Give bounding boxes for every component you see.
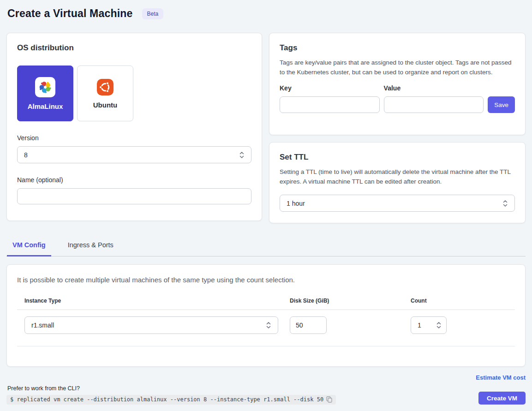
tag-value-label: Value xyxy=(384,84,484,92)
vm-table-row: r1.small xyxy=(17,310,515,346)
os-options: AlmaLinux xyxy=(17,66,251,121)
estimate-vm-cost-link[interactable]: Estimate VM cost xyxy=(476,374,526,381)
vm-config-intro: It is possible to create multiple virtua… xyxy=(17,276,515,284)
set-ttl-card: Set TTL Setting a TTL (time to live) wil… xyxy=(269,142,526,223)
os-option-label: Ubuntu xyxy=(93,101,117,109)
cli-command: $ replicated vm create --distribution al… xyxy=(10,396,323,403)
tab-ingress-ports[interactable]: Ingress & Ports xyxy=(62,236,119,256)
tab-vm-config[interactable]: VM Config xyxy=(7,236,51,256)
tags-card: Tags Tags are key/value pairs that are a… xyxy=(269,33,526,135)
count-stepper[interactable] xyxy=(411,316,447,334)
ttl-card-title: Set TTL xyxy=(280,153,515,162)
instance-type-select[interactable]: r1.small xyxy=(24,316,278,334)
cli-prompt: Prefer to work from the CLI? xyxy=(7,385,336,392)
page-title: Create a Virtual Machine xyxy=(7,7,133,20)
name-label: Name (optional) xyxy=(17,176,251,184)
vm-table-header: Instance Type Disk Size (GiB) Count xyxy=(17,298,515,310)
tag-key-input[interactable] xyxy=(280,96,380,113)
top-grid: OS distribution xyxy=(6,33,526,223)
footer: Estimate VM cost Prefer to work from the… xyxy=(6,374,526,405)
column-count: Count xyxy=(411,298,515,304)
os-card-title: OS distribution xyxy=(17,43,251,53)
chevron-updown-icon xyxy=(266,321,271,329)
tags-card-title: Tags xyxy=(280,43,515,53)
cli-block: Prefer to work from the CLI? $ replicate… xyxy=(6,385,336,405)
column-disk-size: Disk Size (GiB) xyxy=(290,298,411,304)
count-input[interactable] xyxy=(412,322,428,329)
os-option-ubuntu[interactable]: Ubuntu xyxy=(77,66,133,121)
os-option-label: AlmaLinux xyxy=(28,102,63,110)
instance-type-value: r1.small xyxy=(31,322,54,329)
create-vm-button[interactable]: Create VM xyxy=(478,392,526,405)
spinner-arrows-icon[interactable] xyxy=(436,321,442,329)
tags-description: Tags are key/value pairs that are assign… xyxy=(280,58,515,77)
version-select[interactable]: 8 xyxy=(17,146,251,163)
tag-key-label: Key xyxy=(280,84,380,92)
ubuntu-icon xyxy=(96,78,114,96)
config-tabs: VM Config Ingress & Ports xyxy=(6,236,526,256)
version-select-value: 8 xyxy=(24,151,28,159)
ttl-select-value: 1 hour xyxy=(287,200,305,207)
ttl-select[interactable]: 1 hour xyxy=(280,195,515,212)
version-label: Version xyxy=(17,134,251,142)
os-option-almalinux[interactable]: AlmaLinux xyxy=(17,66,73,121)
beta-badge: Beta xyxy=(142,8,164,19)
column-instance-type: Instance Type xyxy=(17,298,290,304)
page-header: Create a Virtual Machine Beta xyxy=(6,6,526,20)
name-input[interactable] xyxy=(17,188,251,204)
disk-size-input[interactable] xyxy=(290,316,327,334)
ttl-description: Setting a TTL (time to live) will automa… xyxy=(280,167,515,186)
vm-config-card: It is possible to create multiple virtua… xyxy=(6,264,526,367)
save-tag-button[interactable]: Save xyxy=(488,96,515,113)
chevron-updown-icon xyxy=(502,199,508,208)
right-column: Tags Tags are key/value pairs that are a… xyxy=(269,33,526,223)
chevron-updown-icon xyxy=(239,151,245,159)
tag-value-input[interactable] xyxy=(384,96,484,113)
create-vm-page: Create a Virtual Machine Beta OS distrib… xyxy=(0,0,532,405)
tag-form: Key Value Save xyxy=(280,84,515,113)
cli-command-bar: $ replicated vm create --distribution al… xyxy=(6,395,336,405)
copy-icon[interactable] xyxy=(326,396,332,403)
almalinux-icon xyxy=(35,77,55,97)
os-distribution-card: OS distribution xyxy=(6,33,262,221)
